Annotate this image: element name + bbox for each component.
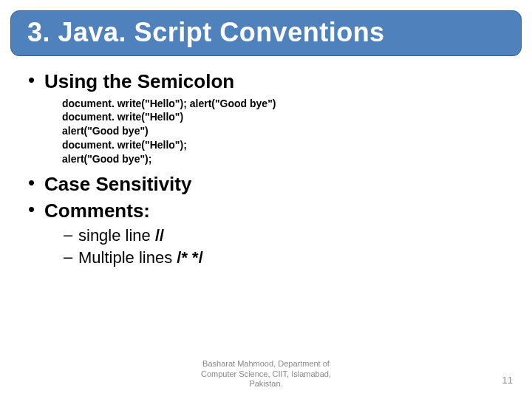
slide-title: 3. Java. Script Conventions <box>27 17 505 48</box>
sub-text: Multiple lines <box>78 248 177 267</box>
footer-line: Basharat Mahmood, Department of <box>0 359 532 369</box>
sub-bullet: single line // <box>64 225 505 247</box>
slide-content: Using the Semicolon document. write("Hel… <box>0 56 532 268</box>
footer-line: Pakistan. <box>0 379 532 389</box>
code-line: document. write("Hello"); <box>62 138 505 152</box>
bullet-semicolon: Using the Semicolon document. write("Hel… <box>27 69 505 166</box>
slide-title-bar: 3. Java. Script Conventions <box>10 10 522 56</box>
sub-bullet: Multiple lines /* */ <box>64 247 505 269</box>
bullet-case: Case Sensitivity <box>27 172 505 197</box>
sub-bold: // <box>155 226 164 245</box>
bullet-heading: Comments: <box>44 199 505 223</box>
page-number: 11 <box>502 375 513 386</box>
bullet-comments: Comments: single line // Multiple lines … <box>27 199 505 268</box>
sub-bold: /* */ <box>177 248 202 267</box>
slide-footer: Basharat Mahmood, Department of Computer… <box>0 359 532 389</box>
sub-text: single line <box>78 226 155 245</box>
code-line: alert("Good bye"); <box>62 152 505 166</box>
code-line: document. write("Hello") <box>62 110 505 124</box>
footer-line: Computer Science, CIIT, Islamabad, <box>0 369 532 379</box>
code-block: document. write("Hello"); alert("Good by… <box>62 97 505 166</box>
bullet-heading: Using the Semicolon <box>44 69 505 94</box>
bullet-heading: Case Sensitivity <box>44 172 505 197</box>
code-line: alert("Good bye") <box>62 124 505 138</box>
code-line: document. write("Hello"); alert("Good by… <box>62 97 505 111</box>
